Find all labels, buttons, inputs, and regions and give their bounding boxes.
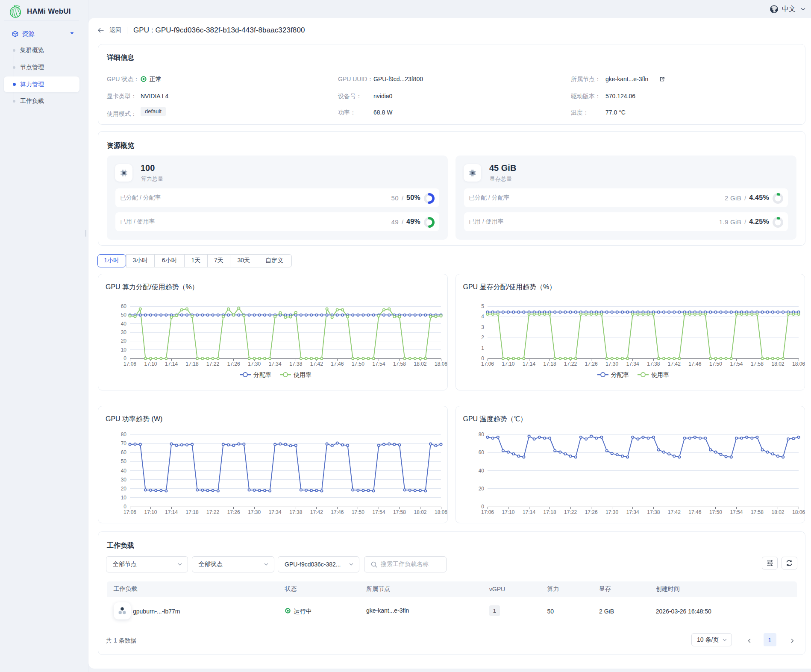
svg-text:17:34: 17:34	[626, 361, 639, 367]
svg-text:17:18: 17:18	[186, 361, 199, 367]
svg-text:18:06: 18:06	[435, 509, 447, 515]
svg-text:60: 60	[121, 449, 127, 455]
svg-text:17:34: 17:34	[626, 509, 639, 515]
svg-text:10: 10	[121, 347, 127, 353]
svg-text:17:54: 17:54	[730, 509, 743, 515]
svg-text:17:10: 17:10	[502, 361, 514, 367]
svg-text:60: 60	[121, 303, 127, 309]
svg-text:17:06: 17:06	[123, 509, 136, 515]
svg-text:17:58: 17:58	[750, 361, 763, 367]
svg-text:2: 2	[481, 335, 484, 340]
svg-text:20: 20	[478, 486, 484, 492]
svg-text:17:46: 17:46	[331, 509, 344, 515]
svg-text:17:06: 17:06	[481, 361, 494, 367]
svg-text:17:46: 17:46	[688, 361, 701, 367]
svg-text:17:42: 17:42	[667, 361, 680, 367]
svg-text:70: 70	[121, 440, 127, 446]
svg-text:18:06: 18:06	[435, 361, 447, 367]
svg-text:17:10: 17:10	[144, 361, 157, 367]
svg-text:17:26: 17:26	[227, 509, 240, 515]
svg-text:17:38: 17:38	[647, 509, 660, 515]
svg-text:40: 40	[121, 321, 127, 327]
svg-text:17:30: 17:30	[248, 361, 261, 367]
svg-text:17:30: 17:30	[605, 361, 618, 367]
svg-text:80: 80	[478, 431, 484, 437]
svg-text:17:26: 17:26	[585, 361, 597, 367]
svg-text:17:14: 17:14	[165, 361, 178, 367]
svg-text:17:50: 17:50	[352, 509, 364, 515]
svg-text:17:22: 17:22	[564, 361, 577, 367]
svg-text:17:54: 17:54	[372, 361, 385, 367]
svg-text:50: 50	[121, 458, 127, 464]
svg-text:17:06: 17:06	[481, 509, 494, 515]
svg-text:20: 20	[121, 338, 127, 344]
svg-text:0: 0	[123, 504, 126, 510]
svg-text:17:50: 17:50	[709, 509, 722, 515]
svg-text:17:22: 17:22	[206, 361, 219, 367]
svg-text:17:14: 17:14	[523, 509, 535, 515]
svg-text:4: 4	[481, 314, 484, 320]
svg-text:17:14: 17:14	[523, 361, 535, 367]
svg-text:17:58: 17:58	[393, 509, 406, 515]
svg-text:17:18: 17:18	[186, 509, 199, 515]
svg-text:17:46: 17:46	[331, 361, 344, 367]
svg-text:18:02: 18:02	[414, 509, 426, 515]
svg-text:1: 1	[481, 345, 484, 351]
svg-text:17:22: 17:22	[564, 509, 577, 515]
svg-text:17:46: 17:46	[688, 509, 701, 515]
svg-text:17:38: 17:38	[647, 361, 660, 367]
svg-text:17:34: 17:34	[269, 509, 282, 515]
svg-text:17:58: 17:58	[750, 509, 763, 515]
svg-text:17:38: 17:38	[289, 509, 302, 515]
svg-text:0: 0	[481, 504, 484, 510]
svg-text:分配率: 分配率	[611, 371, 629, 378]
svg-text:17:54: 17:54	[372, 509, 385, 515]
svg-text:17:38: 17:38	[289, 361, 302, 367]
svg-text:17:42: 17:42	[310, 509, 323, 515]
svg-text:17:34: 17:34	[269, 361, 282, 367]
svg-text:0: 0	[481, 355, 484, 361]
svg-text:5: 5	[481, 303, 484, 309]
svg-text:18:02: 18:02	[771, 509, 784, 515]
svg-text:30: 30	[121, 329, 127, 335]
svg-text:17:42: 17:42	[667, 509, 680, 515]
svg-text:40: 40	[478, 468, 484, 474]
svg-text:使用率: 使用率	[293, 371, 311, 378]
svg-text:17:30: 17:30	[248, 509, 261, 515]
svg-text:17:26: 17:26	[227, 361, 240, 367]
svg-text:17:50: 17:50	[352, 361, 364, 367]
svg-text:17:50: 17:50	[709, 361, 722, 367]
svg-text:17:18: 17:18	[543, 509, 556, 515]
svg-text:18:02: 18:02	[771, 361, 784, 367]
svg-text:40: 40	[121, 468, 127, 474]
svg-text:17:14: 17:14	[165, 509, 178, 515]
svg-text:17:54: 17:54	[730, 361, 743, 367]
svg-text:17:26: 17:26	[585, 509, 597, 515]
svg-text:17:10: 17:10	[502, 509, 514, 515]
svg-text:18:02: 18:02	[414, 361, 426, 367]
svg-text:80: 80	[121, 431, 127, 437]
svg-text:60: 60	[478, 449, 484, 455]
svg-text:17:18: 17:18	[543, 361, 556, 367]
svg-text:分配率: 分配率	[253, 371, 271, 378]
svg-text:17:58: 17:58	[393, 361, 406, 367]
svg-text:50: 50	[121, 312, 127, 318]
svg-text:20: 20	[121, 486, 127, 492]
svg-text:17:30: 17:30	[605, 509, 618, 515]
svg-text:17:10: 17:10	[144, 509, 157, 515]
svg-text:17:06: 17:06	[123, 361, 136, 367]
svg-text:使用率: 使用率	[651, 371, 669, 378]
svg-text:10: 10	[121, 495, 127, 501]
svg-text:17:22: 17:22	[206, 509, 219, 515]
svg-text:3: 3	[481, 324, 484, 330]
svg-text:18:06: 18:06	[792, 361, 805, 367]
svg-text:18:06: 18:06	[792, 509, 805, 515]
svg-text:30: 30	[121, 477, 127, 483]
svg-text:17:42: 17:42	[310, 361, 323, 367]
svg-text:0: 0	[123, 355, 126, 361]
